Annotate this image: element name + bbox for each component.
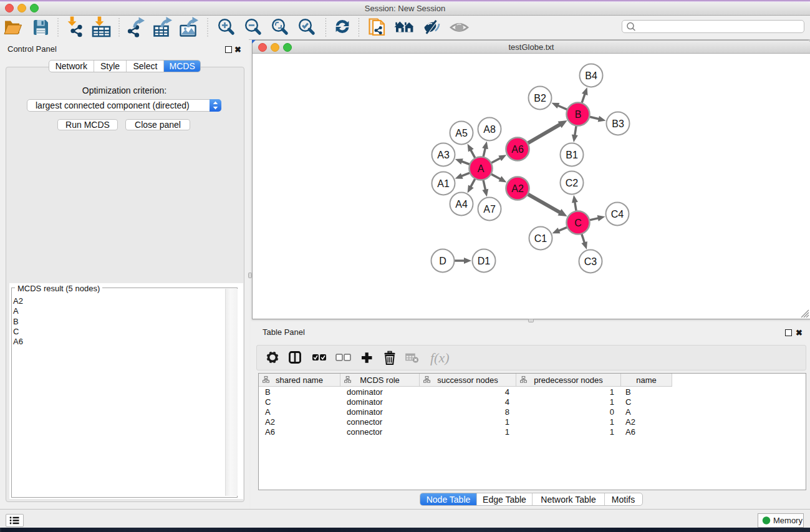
svg-text:D1: D1 — [478, 256, 491, 266]
svg-text:A8: A8 — [483, 124, 496, 135]
svg-text:C: C — [574, 218, 582, 228]
svg-text:D: D — [439, 256, 446, 266]
svg-text:A7: A7 — [483, 204, 496, 215]
svg-text:C1: C1 — [534, 233, 547, 244]
svg-text:B4: B4 — [585, 70, 597, 81]
svg-text:A1: A1 — [437, 178, 450, 189]
svg-text:A4: A4 — [455, 199, 468, 210]
svg-text:A: A — [478, 163, 485, 174]
svg-text:B1: B1 — [566, 150, 578, 160]
svg-text:C3: C3 — [584, 256, 597, 267]
svg-text:A5: A5 — [455, 128, 468, 138]
svg-text:A2: A2 — [511, 183, 524, 194]
svg-text:B3: B3 — [612, 118, 624, 129]
svg-text:B: B — [575, 109, 582, 120]
svg-text:C2: C2 — [566, 178, 579, 188]
svg-text:B2: B2 — [534, 93, 546, 104]
svg-text:A6: A6 — [511, 144, 524, 155]
svg-text:C4: C4 — [611, 209, 624, 220]
svg-text:f(x): f(x) — [430, 350, 450, 365]
svg-text:A3: A3 — [437, 150, 450, 160]
